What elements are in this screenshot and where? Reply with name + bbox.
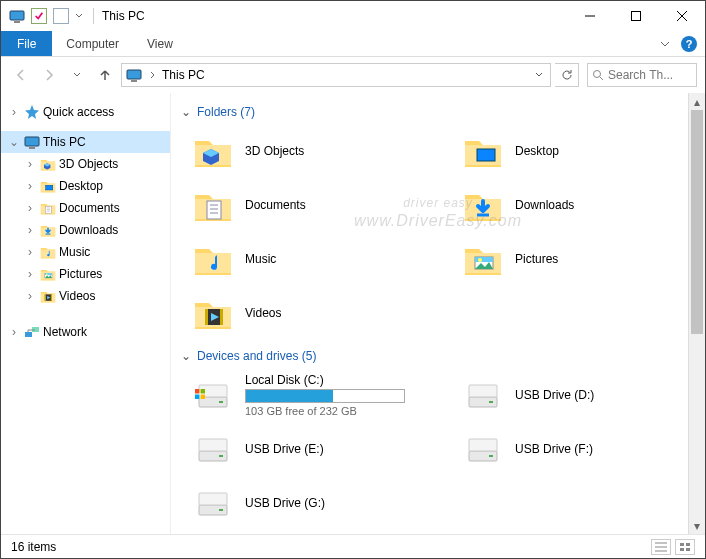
tab-computer[interactable]: Computer (52, 31, 133, 56)
navigation-bar: This PC Search Th... (1, 57, 705, 93)
qat-newfolder-button[interactable] (53, 8, 69, 24)
collapse-icon[interactable]: ⌄ (181, 349, 191, 363)
sidebar-item-label: Desktop (59, 179, 103, 193)
scroll-thumb[interactable] (691, 110, 703, 334)
expand-icon[interactable]: › (23, 157, 37, 171)
sidebar-item-cube[interactable]: › 3D Objects (1, 153, 170, 175)
sidebar-item-label: Downloads (59, 223, 118, 237)
section-header-drives[interactable]: ⌄ Devices and drives (5) (181, 349, 697, 363)
drive-icon (463, 375, 503, 415)
folder-tile-downloads[interactable]: Downloads (461, 179, 705, 231)
scroll-up-icon[interactable]: ▴ (689, 93, 705, 110)
tile-label: Videos (245, 306, 281, 320)
back-button[interactable] (9, 63, 33, 87)
close-button[interactable] (659, 1, 705, 31)
folder-tile-cube[interactable]: 3D Objects (191, 125, 441, 177)
drive-tile[interactable]: USB Drive (D:) (461, 369, 705, 421)
sidebar-item-label: Pictures (59, 267, 102, 281)
drive-tile[interactable]: USB Drive (G:) (191, 477, 441, 529)
address-history-dropdown[interactable] (530, 70, 548, 80)
drive-icon (193, 483, 233, 523)
chevron-right-icon[interactable] (148, 69, 156, 81)
status-count: 16 items (11, 540, 56, 554)
tile-label: USB Drive (E:) (245, 442, 324, 456)
tile-label: 3D Objects (245, 144, 304, 158)
expand-icon[interactable]: › (7, 105, 21, 119)
expand-icon[interactable]: › (7, 325, 21, 339)
file-tab[interactable]: File (1, 31, 52, 56)
qat-dropdown-icon[interactable] (75, 10, 83, 22)
maximize-button[interactable] (613, 1, 659, 31)
sidebar-item-label: Network (43, 325, 87, 339)
large-icons-view-button[interactable] (675, 539, 695, 555)
tile-label: USB Drive (F:) (515, 442, 593, 456)
search-box[interactable]: Search Th... (587, 63, 697, 87)
folder-tile-videos[interactable]: Videos (191, 287, 441, 339)
section-header-folders[interactable]: ⌄ Folders (7) (181, 105, 697, 119)
collapse-icon[interactable]: ⌄ (7, 135, 21, 149)
help-button[interactable]: ? (681, 36, 697, 52)
expand-icon[interactable]: › (23, 245, 37, 259)
address-bar[interactable]: This PC (121, 63, 551, 87)
scrollbar[interactable]: ▴ ▾ (688, 93, 705, 534)
documents-icon (193, 185, 233, 225)
sidebar-item-label: Videos (59, 289, 95, 303)
folder-tile-documents[interactable]: Documents (191, 179, 441, 231)
refresh-button[interactable] (555, 63, 579, 87)
sidebar-item-quick-access[interactable]: › Quick access (1, 101, 170, 123)
sidebar-item-videos[interactable]: › Videos (1, 285, 170, 307)
section-title: Folders (7) (197, 105, 255, 119)
collapse-icon[interactable]: ⌄ (181, 105, 191, 119)
sidebar-item-pictures[interactable]: › Pictures (1, 263, 170, 285)
navigation-pane: › Quick access ⌄ This PC › 3D Objects › … (1, 93, 171, 534)
expand-icon[interactable]: › (23, 201, 37, 215)
os-drive-icon (193, 375, 233, 415)
up-button[interactable] (93, 63, 117, 87)
quick-access-toolbar (9, 8, 98, 24)
drive-tile[interactable]: Local Disk (C:) 103 GB free of 232 GB (191, 369, 441, 421)
search-placeholder: Search Th... (608, 68, 673, 82)
scroll-down-icon[interactable]: ▾ (689, 517, 705, 534)
expand-icon[interactable]: › (23, 289, 37, 303)
sidebar-item-documents[interactable]: › Documents (1, 197, 170, 219)
sidebar-item-desktop[interactable]: › Desktop (1, 175, 170, 197)
recent-dropdown[interactable] (65, 63, 89, 87)
sidebar-item-this-pc[interactable]: ⌄ This PC (1, 131, 170, 153)
expand-icon[interactable]: › (23, 223, 37, 237)
sidebar-item-label: 3D Objects (59, 157, 118, 171)
drive-tile[interactable]: USB Drive (F:) (461, 423, 705, 475)
sidebar-item-music[interactable]: › Music (1, 241, 170, 263)
downloads-icon (40, 222, 56, 238)
window-controls (567, 1, 705, 31)
desktop-icon (40, 178, 56, 194)
sidebar-item-network[interactable]: › Network (1, 321, 170, 343)
tile-label: USB Drive (D:) (515, 388, 594, 402)
sidebar-item-label: This PC (43, 135, 86, 149)
capacity-bar (245, 389, 405, 403)
ribbon-collapse-icon[interactable] (659, 38, 671, 50)
expand-icon[interactable]: › (23, 267, 37, 281)
tab-view[interactable]: View (133, 31, 187, 56)
downloads-icon (463, 185, 503, 225)
address-text: This PC (162, 68, 524, 82)
details-view-button[interactable] (651, 539, 671, 555)
svg-rect-26 (680, 543, 684, 546)
qat-properties-button[interactable] (31, 8, 47, 24)
folder-tile-desktop[interactable]: Desktop (461, 125, 705, 177)
sidebar-item-label: Quick access (43, 105, 114, 119)
drive-icon (463, 429, 503, 469)
tile-label: Local Disk (C:) (245, 373, 405, 387)
tile-label: Music (245, 252, 276, 266)
forward-button[interactable] (37, 63, 61, 87)
music-icon (40, 244, 56, 260)
drive-tile[interactable]: USB Drive (E:) (191, 423, 441, 475)
expand-icon[interactable]: › (23, 179, 37, 193)
qat-divider (93, 8, 94, 24)
section-title: Devices and drives (5) (197, 349, 316, 363)
minimize-button[interactable] (567, 1, 613, 31)
star-icon (24, 104, 40, 120)
folder-tile-pictures[interactable]: Pictures (461, 233, 705, 285)
documents-icon (40, 200, 56, 216)
folder-tile-music[interactable]: Music (191, 233, 441, 285)
sidebar-item-downloads[interactable]: › Downloads (1, 219, 170, 241)
